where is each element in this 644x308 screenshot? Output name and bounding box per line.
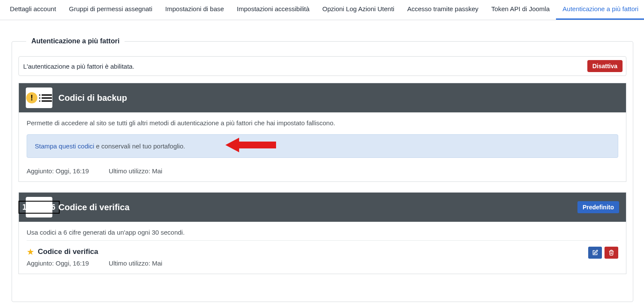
- mfa-status-text: L'autenticazione a più fattori è abilita…: [23, 63, 134, 70]
- tab-joomla-api-token[interactable]: Token API di Joomla: [485, 0, 556, 20]
- backup-card-body: Permette di accedere al sito se tutti gl…: [19, 112, 626, 181]
- svg-marker-0: [225, 138, 276, 152]
- default-badge: Predefinito: [577, 201, 619, 213]
- mfa-status-bar: L'autenticazione a più fattori è abilita…: [18, 56, 626, 76]
- edit-icon: [592, 250, 598, 256]
- backup-meta: Aggiunto: Oggi, 16:19 Ultimo utilizzo: M…: [27, 167, 618, 175]
- print-codes-alert: Stampa questi codici e conservali nel tu…: [27, 134, 618, 158]
- tab-permission-groups[interactable]: Gruppi di permessi assegnati: [63, 0, 159, 20]
- verify-code-card: 123 456 Codice di verifica Predefinito U…: [18, 192, 626, 274]
- verify-added: Aggiunto: Oggi, 16:19: [27, 260, 89, 267]
- tab-account-details[interactable]: Dettagli account: [3, 0, 63, 20]
- panel-legend: Autenticazione a più fattori: [26, 37, 125, 45]
- backup-description: Permette di accedere al sito se tutti gl…: [27, 119, 618, 127]
- backup-codes-card: ! Codici di backup Permette di accedere …: [18, 83, 626, 182]
- backup-lastused: Ultimo utilizzo: Mai: [109, 167, 162, 175]
- print-codes-link[interactable]: Stampa questi codici: [35, 142, 94, 150]
- mfa-panel: Autenticazione a più fattori L'autentica…: [12, 37, 633, 302]
- print-codes-rest: e conservali nel tuo portafoglio.: [94, 142, 185, 150]
- verify-item-row: ★ Codice di verifica Aggiunto: Oggi, 16:…: [27, 247, 618, 267]
- verify-item-name: Codice di verifica: [38, 248, 98, 256]
- verify-card-title: Codice di verifica: [58, 202, 571, 212]
- tab-accessibility-settings[interactable]: Impostazioni accessibilità: [231, 0, 316, 20]
- delete-button[interactable]: [605, 247, 618, 259]
- backup-card-header: ! Codici di backup: [19, 83, 626, 112]
- annotation-arrow-icon: [225, 136, 276, 154]
- verify-actions: [588, 247, 618, 259]
- tab-user-actions-log[interactable]: Opzioni Log Azioni Utenti: [316, 0, 401, 20]
- tabs-bar: Dettagli account Gruppi di permessi asse…: [0, 0, 644, 20]
- backup-card-title: Codici di backup: [58, 93, 619, 103]
- star-icon: ★: [27, 247, 34, 257]
- disable-mfa-button[interactable]: Disattiva: [587, 60, 623, 72]
- verify-meta: Aggiunto: Oggi, 16:19 Ultimo utilizzo: M…: [27, 260, 162, 267]
- edit-button[interactable]: [588, 247, 602, 259]
- verify-card-header: 123 456 Codice di verifica Predefinito: [19, 193, 626, 222]
- tab-basic-settings[interactable]: Impostazioni di base: [159, 0, 231, 20]
- backup-added: Aggiunto: Oggi, 16:19: [27, 167, 89, 175]
- otp-icon: 123 456: [26, 197, 52, 217]
- tab-passkey-access[interactable]: Accesso tramite passkey: [401, 0, 485, 20]
- verify-item-title: ★ Codice di verifica: [27, 247, 162, 257]
- backup-codes-icon: !: [26, 88, 52, 108]
- verify-lastused: Ultimo utilizzo: Mai: [109, 260, 162, 267]
- verify-card-body: Usa codici a 6 cifre generati da un'app …: [19, 222, 626, 274]
- divider: [27, 240, 618, 241]
- verify-description: Usa codici a 6 cifre generati da un'app …: [27, 229, 618, 236]
- content-area: Autenticazione a più fattori L'autentica…: [0, 20, 644, 308]
- trash-icon: [608, 250, 614, 256]
- tab-mfa[interactable]: Autenticazione a più fattori: [556, 0, 644, 20]
